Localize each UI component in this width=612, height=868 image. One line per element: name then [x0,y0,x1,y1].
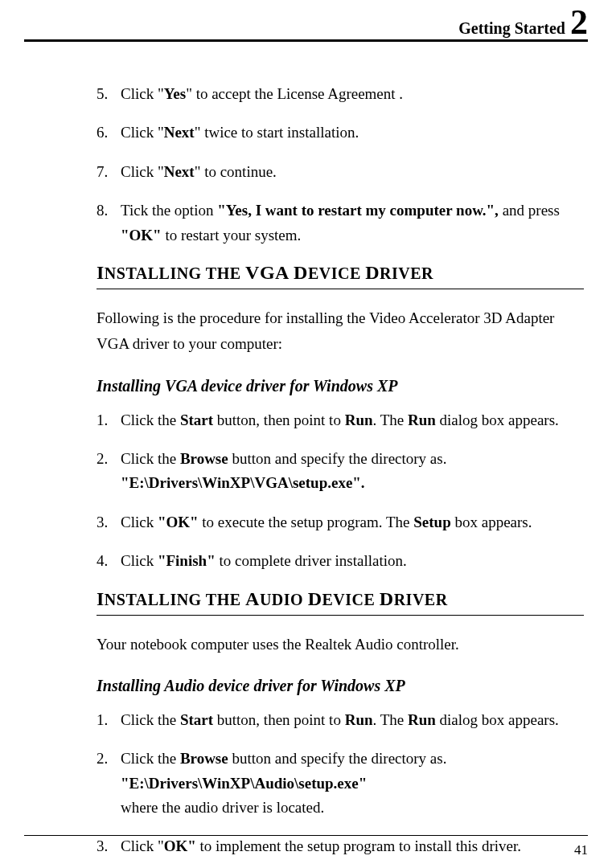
section-intro-audio: Your notebook computer uses the Realtek … [97,632,584,657]
list-item: 5.Click "Yes" to accept the License Agre… [97,82,584,106]
step-text: Click "Finish" to complete driver instal… [121,549,584,573]
step-number: 1. [97,408,121,432]
list-item: 1.Click the Start button, then point to … [97,708,584,732]
page-number: 41 [574,842,588,858]
list-item: 2.Click the Browse button and specify th… [97,447,584,496]
step-number: 3. [97,510,121,534]
step-number: 1. [97,708,121,732]
step-number: 4. [97,549,121,573]
chapter-number: 2 [570,8,588,36]
step-number: 2. [97,747,121,820]
section-intro-vga: Following is the procedure for installin… [97,305,584,358]
step-text: Click "OK" to execute the setup program.… [121,510,584,534]
header-title: Getting Started [458,19,565,38]
step-text: Click the Start button, then point to Ru… [121,408,584,432]
page-footer: 41 [24,835,588,858]
list-item: 2.Click the Browse button and specify th… [97,747,584,820]
section-heading-audio: INSTALLING THE AUDIO DEVICE DRIVER [97,588,584,616]
step-text: Click "Next" to continue. [121,160,584,184]
list-item: 6.Click "Next" twice to start installati… [97,121,584,145]
list-item: 8.Tick the option "Yes, I want to restar… [97,199,584,248]
subheading-audio: Installing Audio device driver for Windo… [97,677,584,695]
page-header: Getting Started 2 [24,8,588,42]
list-item: 7.Click "Next" to continue. [97,160,584,184]
step-text: Click the Browse button and specify the … [121,747,584,820]
list-item: 3.Click "OK" to execute the setup progra… [97,510,584,534]
subheading-vga: Installing VGA device driver for Windows… [97,377,584,395]
step-text: Click "Yes" to accept the License Agreem… [121,82,584,106]
step-number: 2. [97,447,121,496]
section-heading-vga: INSTALLING THE VGA DEVICE DRIVER [97,262,584,289]
step-text: Click "Next" twice to start installation… [121,121,584,145]
step-number: 5. [97,82,121,106]
step-number: 7. [97,160,121,184]
steps-vga: 1.Click the Start button, then point to … [97,408,584,574]
page-content: 5.Click "Yes" to accept the License Agre… [24,82,588,859]
steps-continued: 5.Click "Yes" to accept the License Agre… [97,82,584,248]
list-item: 4.Click "Finish" to complete driver inst… [97,549,584,573]
list-item: 1.Click the Start button, then point to … [97,408,584,432]
step-text: Click the Start button, then point to Ru… [121,708,584,732]
step-number: 8. [97,199,121,248]
step-text: Tick the option "Yes, I want to restart … [121,199,584,248]
step-number: 6. [97,121,121,145]
step-text: Click the Browse button and specify the … [121,447,584,496]
